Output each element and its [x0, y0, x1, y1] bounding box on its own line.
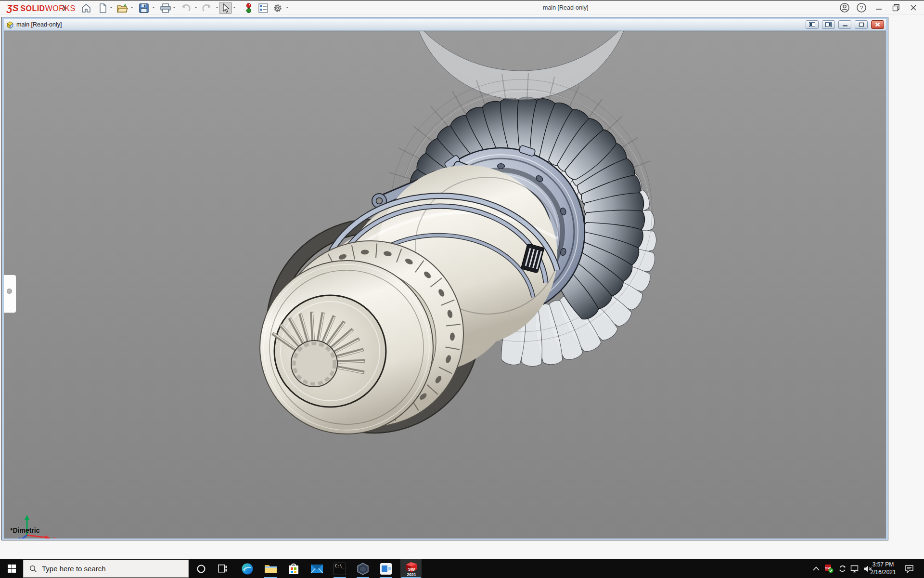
- app-title: main [Read-only]: [543, 4, 589, 11]
- doc-close-button[interactable]: [871, 20, 884, 29]
- open-button[interactable]: [116, 2, 128, 14]
- taskbar-app-store[interactable]: [282, 559, 305, 578]
- search-icon: [29, 565, 37, 573]
- cortana-icon: [196, 564, 206, 574]
- tray-solidworks-monitor[interactable]: SW: [822, 559, 835, 578]
- doc-restore-icon: [859, 22, 864, 27]
- translucent-shroud-ring[interactable]: [382, 31, 661, 100]
- save-button[interactable]: [137, 2, 150, 14]
- taskbar-app-solidworks[interactable]: SW 2021: [398, 559, 424, 578]
- gear-icon: [272, 3, 283, 13]
- doc-minimize-button[interactable]: [838, 20, 851, 29]
- restore-icon: [892, 4, 900, 12]
- account-button[interactable]: [837, 1, 852, 14]
- sync-icon: [838, 565, 847, 573]
- edge-icon: [241, 563, 254, 575]
- print-button[interactable]: [159, 2, 172, 14]
- undo-caret[interactable]: [194, 7, 197, 10]
- file-explorer-icon: [264, 563, 277, 575]
- app-titlebar: ƷSSOLIDWORKS ❯ main [Read-only] ?: [0, 0, 924, 14]
- performance-evaluation-button[interactable]: [242, 2, 255, 14]
- assembly-document-icon: [6, 21, 14, 29]
- select-cursor-icon: [221, 3, 230, 13]
- action-center-button[interactable]: [902, 559, 916, 578]
- taskbar-app-file-explorer[interactable]: [259, 559, 282, 578]
- action-center-icon: [905, 565, 914, 573]
- solidworks-logo-mark: ƷS: [7, 3, 19, 13]
- view-orientation-label: *Dimetric: [10, 526, 39, 534]
- taskbar-search-input[interactable]: Type here to search: [23, 560, 189, 578]
- minimize-button[interactable]: [871, 1, 886, 14]
- options-caret[interactable]: [286, 7, 289, 10]
- exhaust-nozzle[interactable]: [260, 261, 433, 434]
- task-view-icon: [218, 565, 227, 573]
- document-window: main [Read-only]: [1, 17, 888, 540]
- command-prompt-icon: C:\_: [334, 563, 346, 575]
- task-view-button[interactable]: [213, 559, 232, 578]
- home-icon: [81, 3, 91, 13]
- taskbar-app-system-window[interactable]: [374, 559, 398, 578]
- tray-sync-button[interactable]: [836, 559, 848, 578]
- taskbar-app-mail[interactable]: [305, 559, 328, 578]
- undo-icon: [180, 3, 192, 13]
- solidworks-2021-icon: SW 2021: [403, 561, 419, 577]
- tray-clock[interactable]: 3:57 PM 2/16/2021: [866, 561, 900, 576]
- tray-chevron-button[interactable]: [809, 559, 823, 578]
- svg-text:?: ?: [860, 5, 863, 12]
- flyout-dot-icon: [7, 289, 12, 294]
- help-icon: ?: [856, 2, 867, 13]
- solidworks-tray-icon: SW: [824, 564, 834, 573]
- restore-button[interactable]: [888, 1, 904, 14]
- svg-text:SW: SW: [408, 567, 415, 572]
- redo-icon: [201, 3, 213, 13]
- redo-caret[interactable]: [216, 7, 218, 10]
- doc-split-right-button[interactable]: [822, 20, 835, 29]
- dev-hub-hexagon-icon: [357, 563, 369, 575]
- display-manager-button[interactable]: [257, 2, 270, 14]
- close-icon: [910, 4, 917, 11]
- document-title: main [Read-only]: [16, 21, 62, 28]
- print-icon: [160, 3, 171, 13]
- model-jet-engine[interactable]: [4, 31, 886, 527]
- feature-tree-flyout-tab[interactable]: [4, 275, 16, 313]
- new-document-button[interactable]: [96, 2, 109, 14]
- help-button[interactable]: ?: [854, 1, 869, 14]
- menu-flyout-arrow-icon[interactable]: ❯: [62, 4, 66, 11]
- display-manager-icon: [258, 3, 268, 13]
- windows-logo-icon: [8, 565, 16, 573]
- document-titlebar[interactable]: main [Read-only]: [4, 19, 886, 31]
- split-right-icon: [825, 22, 832, 27]
- home-button[interactable]: [79, 2, 92, 14]
- start-button[interactable]: [0, 559, 23, 578]
- open-icon: [116, 3, 128, 13]
- ethernet-icon: [850, 565, 860, 573]
- save-caret[interactable]: [152, 7, 155, 10]
- taskbar-app-edge[interactable]: [236, 559, 259, 578]
- open-caret[interactable]: [130, 7, 133, 10]
- triad-x-label: x: [52, 535, 56, 539]
- select-button[interactable]: [219, 2, 232, 14]
- mail-icon: [310, 564, 323, 574]
- doc-minimize-icon: [842, 22, 848, 27]
- tray-network-button[interactable]: [848, 559, 861, 578]
- graphics-viewport[interactable]: x *Dimetric: [4, 31, 886, 539]
- store-icon: [288, 563, 299, 575]
- taskbar-app-dev-hub[interactable]: [351, 559, 374, 578]
- tray-time: 3:57 PM: [866, 561, 900, 568]
- doc-restore-button[interactable]: [855, 20, 868, 29]
- options-button[interactable]: [271, 2, 284, 14]
- save-icon: [139, 3, 149, 13]
- print-caret[interactable]: [173, 7, 176, 10]
- svg-text:2021: 2021: [407, 572, 416, 577]
- new-document-icon: [98, 3, 108, 13]
- search-placeholder: Type here to search: [42, 565, 106, 573]
- select-caret[interactable]: [233, 7, 236, 10]
- taskbar-app-command-prompt[interactable]: C:\_: [328, 559, 351, 578]
- new-document-caret[interactable]: [110, 7, 113, 10]
- undo-button[interactable]: [179, 2, 192, 14]
- redo-button[interactable]: [200, 2, 213, 14]
- doc-split-left-button[interactable]: [806, 20, 819, 29]
- cortana-button[interactable]: [192, 559, 211, 578]
- traffic-light-icon: [246, 3, 252, 13]
- close-button[interactable]: [906, 1, 921, 14]
